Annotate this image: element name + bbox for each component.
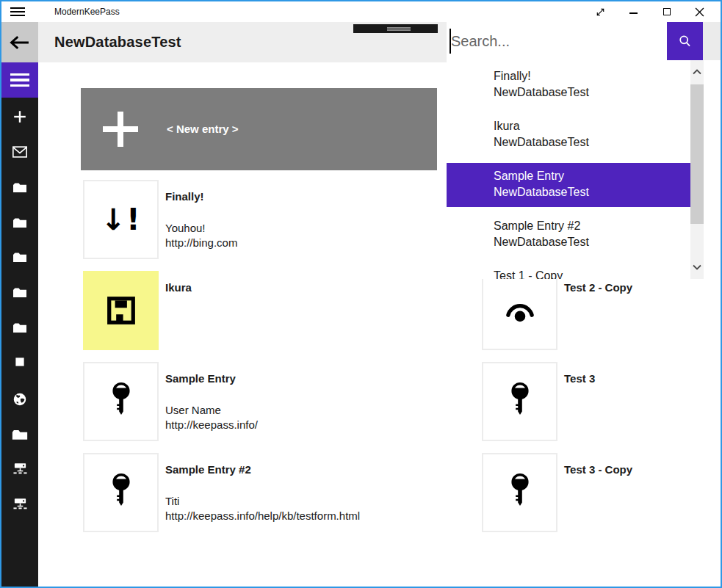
sidebar-item-group-5[interactable]	[1, 316, 38, 338]
entry-icon-tile	[482, 362, 557, 441]
entry-icon-tile	[482, 271, 557, 350]
app-title: ModernKeePass	[54, 1, 120, 22]
new-entry-button[interactable]: < New entry >	[81, 88, 437, 170]
entry-title: Finally!	[165, 189, 444, 205]
app-window: ModernKeePass NewDatabaseTest	[0, 0, 722, 588]
floppy-save-icon	[106, 295, 137, 326]
collapsed-commandbar[interactable]	[353, 24, 438, 33]
back-arrow-icon	[9, 35, 31, 51]
sidebar-item-group-1[interactable]	[1, 175, 38, 197]
search-suggestions: Finally! NewDatabaseTest Ikura NewDataba…	[447, 60, 704, 279]
entry-title: Test 3	[564, 371, 722, 387]
suggestion-subtitle: NewDatabaseTest	[494, 234, 704, 250]
sidebar-item-mail[interactable]	[1, 141, 38, 163]
entry-ikura[interactable]: Ikura	[83, 271, 447, 350]
window-controls	[584, 1, 716, 22]
entry-username: User Name	[165, 403, 444, 418]
key-icon	[505, 380, 535, 423]
close-button[interactable]	[683, 1, 716, 22]
folder-icon	[12, 285, 28, 298]
folder-icon	[12, 250, 28, 263]
entry-url: http://keepass.info/help/kb/testform.htm…	[165, 509, 444, 523]
entry-icon-tile	[83, 271, 159, 350]
dropdown-scrollbar[interactable]	[690, 60, 704, 279]
back-button[interactable]	[1, 22, 38, 62]
entry-sample-entry-2[interactable]: Sample Entry #2 Titi http://keepass.info…	[83, 453, 447, 532]
plus-icon	[12, 109, 28, 125]
folder-icon	[12, 320, 28, 333]
key-icon	[505, 471, 535, 514]
sidebar-item-add[interactable]	[1, 106, 38, 128]
suggestion-title: Sample Entry #2	[494, 218, 704, 234]
entry-test3[interactable]: Test 3	[482, 362, 722, 441]
titlebar-hamburger-icon[interactable]	[10, 5, 25, 18]
maximize-button[interactable]	[650, 1, 683, 22]
mail-icon	[12, 145, 28, 159]
entry-username: Youhou!	[165, 221, 444, 236]
sidebar-item-group-7[interactable]	[1, 422, 38, 444]
page-title: NewDatabaseTest	[54, 22, 181, 62]
sidebar-item-group-3[interactable]	[1, 245, 38, 267]
suggestion-subtitle: NewDatabaseTest	[494, 134, 704, 150]
entry-username: Titi	[165, 494, 444, 509]
entry-test3-copy[interactable]: Test 3 - Copy	[482, 453, 722, 532]
suggestion-title: Finally!	[494, 68, 704, 84]
suggestion-item[interactable]: Sample Entry #2 NewDatabaseTest	[447, 210, 704, 260]
globe-icon	[12, 391, 28, 407]
suggestion-item[interactable]: Ikura NewDatabaseTest	[447, 110, 704, 160]
suggestion-item[interactable]: Finally! NewDatabaseTest	[447, 60, 704, 110]
suggestion-title: Ikura	[494, 118, 704, 134]
entry-test2-copy[interactable]: Test 2 - Copy	[482, 271, 722, 350]
network-drive-icon	[12, 496, 29, 511]
sidebar-item-group-6[interactable]	[1, 351, 38, 373]
search-input[interactable]	[447, 22, 667, 60]
search-flyout-side	[703, 22, 721, 60]
entry-title: Test 2 - Copy	[564, 280, 722, 296]
resize-diagonal-icon[interactable]	[584, 1, 617, 22]
search-button[interactable]	[667, 22, 703, 60]
download-exclamation-icon: ↓!	[101, 203, 141, 236]
search-flyout	[447, 22, 721, 60]
titlebar: ModernKeePass	[1, 1, 721, 22]
folder-open-icon	[11, 427, 29, 440]
sidebar-item-network-2[interactable]	[1, 493, 38, 515]
entry-icon-tile	[83, 362, 159, 441]
entry-sample-entry[interactable]: Sample Entry User Name http://keepass.in…	[83, 362, 447, 441]
scrollbar-thumb[interactable]	[690, 84, 704, 224]
nav-rail	[1, 62, 38, 587]
search-icon	[677, 34, 693, 49]
sidebar-item-group-4[interactable]	[1, 280, 38, 302]
hamburger-menu-icon[interactable]	[1, 62, 38, 98]
key-icon	[107, 380, 136, 423]
sidebar-item-network-1[interactable]	[1, 457, 38, 479]
sidebar-item-web[interactable]	[1, 388, 38, 410]
suggestion-item-selected[interactable]: Sample Entry NewDatabaseTest	[447, 160, 704, 210]
text-caret	[450, 29, 451, 54]
entry-title: Test 3 - Copy	[564, 462, 722, 478]
suggestion-title: Sample Entry	[494, 168, 704, 184]
entry-icon-tile	[482, 453, 557, 532]
entry-url: http://bing.com	[165, 236, 444, 250]
entry-title: Sample Entry #2	[165, 462, 444, 478]
arc-dot-icon	[502, 295, 538, 326]
page-header: NewDatabaseTest	[38, 22, 447, 62]
scroll-up-icon[interactable]	[690, 66, 704, 78]
folder-icon	[12, 180, 28, 193]
folder-icon	[12, 215, 28, 228]
entry-title: Sample Entry	[165, 371, 444, 387]
suggestion-item[interactable]: Test 1 - Copy	[447, 260, 704, 279]
key-icon	[107, 471, 136, 514]
scroll-down-icon[interactable]	[690, 261, 704, 273]
suggestion-subtitle: NewDatabaseTest	[494, 84, 704, 101]
suggestion-subtitle: NewDatabaseTest	[494, 184, 704, 200]
minimize-button[interactable]	[617, 1, 650, 22]
entry-icon-tile	[83, 453, 159, 532]
entry-finally[interactable]: ↓! Finally! Youhou! http://bing.com	[83, 180, 447, 259]
suggestion-title: Test 1 - Copy	[494, 268, 704, 279]
plus-icon	[103, 112, 138, 147]
entry-url: http://keepass.info/	[165, 418, 444, 432]
entry-icon-tile: ↓!	[83, 180, 159, 259]
new-entry-label: < New entry >	[167, 88, 239, 170]
square-icon	[13, 355, 26, 369]
sidebar-item-group-2[interactable]	[1, 211, 38, 233]
